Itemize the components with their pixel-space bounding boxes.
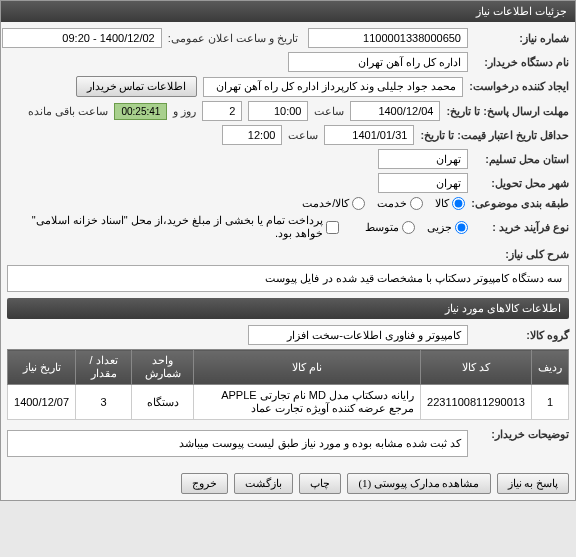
cat-service-label: خدمت (377, 197, 407, 210)
hour-label-2: ساعت (288, 129, 318, 142)
days-remaining: 2 (202, 101, 242, 121)
th-qty: تعداد / مقدار (76, 350, 132, 385)
contact-info-button[interactable]: اطلاعات تماس خریدار (76, 76, 198, 97)
time-remain-label: ساعت باقی مانده (28, 105, 108, 118)
announce-value: 1400/12/02 - 09:20 (2, 28, 162, 48)
th-unit: واحد شمارش (132, 350, 194, 385)
content-area: شماره نیاز: 1100001338000650 تاریخ و ساع… (1, 22, 575, 467)
deliver-city-value: تهران (378, 173, 468, 193)
footer-buttons: پاسخ به نیاز مشاهده مدارک پیوستی (1) چاپ… (1, 467, 575, 500)
items-section-header: اطلاعات کالاهای مورد نیاز (7, 298, 569, 319)
cell-row: 1 (532, 385, 569, 420)
category-label: طبقه بندی موضوعی: (471, 197, 569, 210)
days-and-label: روز و (173, 105, 196, 118)
validity-date: 1401/01/31 (324, 125, 414, 145)
cat-goods-service-input[interactable] (352, 197, 365, 210)
deadline-label: مهلت ارسال پاسخ: تا تاریخ: (446, 105, 569, 118)
buyer-notes-label: توضیحات خریدار: (474, 428, 569, 441)
pt-medium-input[interactable] (402, 221, 415, 234)
time-remaining-badge: 00:25:41 (114, 103, 167, 120)
cat-goods-service-radio[interactable]: کالا/خدمت (302, 197, 365, 210)
cell-name: رایانه دسکتاپ مدل MD نام تجارتی APPLE مر… (194, 385, 421, 420)
cell-unit: دستگاه (132, 385, 194, 420)
th-name: نام کالا (194, 350, 421, 385)
group-label: گروه کالا: (474, 329, 569, 342)
pt-medium-label: متوسط (365, 221, 399, 234)
group-value: کامپیوتر و فناوری اطلاعات-سخت افزار (248, 325, 468, 345)
th-code: کد کالا (421, 350, 532, 385)
purchase-type-label: نوع فرآیند خرید : (474, 221, 569, 234)
respond-button[interactable]: پاسخ به نیاز (497, 473, 570, 494)
deadline-date: 1400/12/04 (350, 101, 440, 121)
th-date: تاریخ نیاز (8, 350, 76, 385)
payment-note-check[interactable]: پرداخت تمام یا بخشی از مبلغ خرید،از محل … (7, 214, 339, 240)
items-table: ردیف کد کالا نام کالا واحد شمارش تعداد /… (7, 349, 569, 420)
deliver-city-label: شهر محل تحویل: (474, 177, 569, 190)
payment-note-text: پرداخت تمام یا بخشی از مبلغ خرید،از محل … (7, 214, 323, 240)
cat-goods-input[interactable] (452, 197, 465, 210)
pt-partial-label: جزیی (427, 221, 452, 234)
table-header-row: ردیف کد کالا نام کالا واحد شمارش تعداد /… (8, 350, 569, 385)
buyer-city-label: استان محل تسلیم: (474, 153, 569, 166)
buyer-org-value: اداره کل راه آهن تهران (288, 52, 468, 72)
need-number-value: 1100001338000650 (308, 28, 468, 48)
attachments-button[interactable]: مشاهده مدارک پیوستی (1) (347, 473, 490, 494)
announce-label: تاریخ و ساعت اعلان عمومی: (168, 32, 298, 45)
cat-goods-radio[interactable]: کالا (435, 197, 465, 210)
back-button[interactable]: بازگشت (234, 473, 293, 494)
deadline-hour: 10:00 (248, 101, 308, 121)
desc-label: شرح کلی نیاز: (474, 248, 569, 261)
validity-hour: 12:00 (222, 125, 282, 145)
pt-partial-input[interactable] (455, 221, 468, 234)
requester-value: محمد جواد جلیلی وند کارپرداز اداره کل را… (203, 77, 463, 97)
pt-medium-radio[interactable]: متوسط (365, 221, 415, 234)
buyer-city-value: تهران (378, 149, 468, 169)
payment-checkbox[interactable] (326, 221, 339, 234)
window-titlebar: جزئیات اطلاعات نیاز (1, 1, 575, 22)
print-button[interactable]: چاپ (299, 473, 341, 494)
purchase-type-radio-group: جزیی متوسط (365, 221, 468, 234)
buyer-org-label: نام دستگاه خریدار: (474, 56, 569, 69)
cat-service-input[interactable] (410, 197, 423, 210)
table-row[interactable]: 1 2231100811290013 رایانه دسکتاپ مدل MD … (8, 385, 569, 420)
exit-button[interactable]: خروج (181, 473, 228, 494)
th-row: ردیف (532, 350, 569, 385)
need-details-window: جزئیات اطلاعات نیاز شماره نیاز: 11000013… (0, 0, 576, 501)
cat-goods-label: کالا (435, 197, 449, 210)
need-number-label: شماره نیاز: (474, 32, 569, 45)
validity-label: حداقل تاریخ اعتبار قیمت: تا تاریخ: (420, 129, 569, 142)
buyer-notes-box: کد ثبت شده مشابه بوده و مورد نیاز طبق لی… (7, 430, 468, 457)
cell-code: 2231100811290013 (421, 385, 532, 420)
requester-label: ایجاد کننده درخواست: (469, 80, 569, 93)
description-box: سه دستگاه کامپیوتر دسکتاپ با مشخصات قید … (7, 265, 569, 292)
pt-partial-radio[interactable]: جزیی (427, 221, 468, 234)
window-title: جزئیات اطلاعات نیاز (476, 5, 567, 17)
cell-date: 1400/12/07 (8, 385, 76, 420)
hour-label-1: ساعت (314, 105, 344, 118)
cat-goods-service-label: کالا/خدمت (302, 197, 349, 210)
cell-qty: 3 (76, 385, 132, 420)
cat-service-radio[interactable]: خدمت (377, 197, 423, 210)
category-radio-group: کالا خدمت کالا/خدمت (302, 197, 465, 210)
